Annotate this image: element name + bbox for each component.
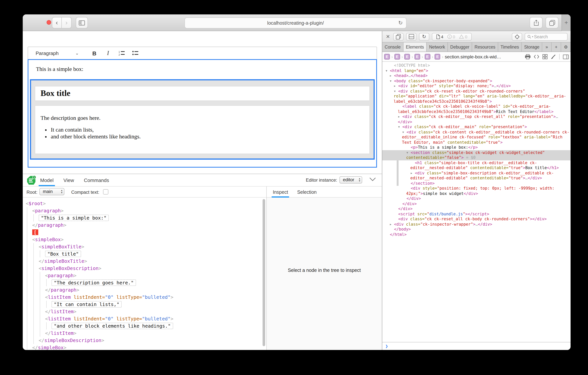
dom-tree-line[interactable]: ▼<div class="ck ck-editor__main" role="p… [382,124,571,130]
reload-icon[interactable]: ↻ [398,20,403,26]
model-tree-line[interactable]: <simpleBoxTitle> [23,243,266,250]
list-item[interactable]: It can contain lists, [51,127,364,133]
model-tree-line[interactable]: <paragraph> [23,207,266,214]
dom-tree-line[interactable]: </div> [382,196,571,201]
bulleted-list-button[interactable] [129,48,141,58]
collapse-arrow-icon[interactable]: ▼ [402,130,404,135]
element-badge[interactable]: E [404,54,410,60]
element-badge[interactable]: E [435,54,441,60]
scrollbar-thumb[interactable] [262,199,265,346]
tab-inspect[interactable]: Inspect [273,187,288,198]
tab-view[interactable]: View [63,174,74,186]
styles-brush-icon[interactable] [551,54,556,59]
expand-arrow-icon[interactable]: ▶ [390,74,391,79]
root-select[interactable]: main ▲▼ [39,188,64,195]
dom-tree-line[interactable]: </div> [382,201,571,206]
model-text-node[interactable]: "This is a simple box:" [39,215,109,221]
close-devtools-button[interactable]: ✕ [385,34,391,39]
dom-tree-line[interactable]: ▼<section class="simple-box ck-widget ck… [382,150,571,160]
devtools-tab-network[interactable]: Network [427,43,448,52]
dom-tree-line[interactable]: ▶<div class="ck ck-editor__top ck-reset_… [382,114,571,124]
tab-model[interactable]: Model [40,174,54,186]
console-prompt[interactable]: ❯ [382,342,571,350]
description-list[interactable]: It can contain lists,and other block ele… [51,127,364,140]
dom-tree-line[interactable]: ▼<html lang="en"> [382,68,571,73]
model-tree-line[interactable]: </listItem> [23,308,266,315]
model-text-node[interactable]: "It can contain lists," [52,301,122,308]
dom-tree-line[interactable]: </section> [382,181,571,186]
expand-arrow-icon[interactable]: ▶ [390,222,391,227]
dom-tree-line[interactable]: </html> [382,232,571,237]
element-badge[interactable]: E [394,54,400,60]
model-tree-line[interactable]: </simpleBoxTitle> [23,257,266,265]
dock-side-button[interactable] [393,33,403,40]
dom-tree-line[interactable]: <p>This is a simple box:</p> [382,145,571,150]
dom-tree-line[interactable]: ▼<div class="ck ck-content ck-editor__ed… [382,130,571,145]
collapse-arrow-icon[interactable]: ▼ [407,150,408,155]
heading-dropdown[interactable]: Paragraph ⌄ [36,50,87,56]
devtools-search-field[interactable]: ▾ Search [525,33,567,40]
model-tree-line[interactable]: </listItem> [23,330,266,337]
tab-overview-button[interactable] [546,17,558,28]
breadcrumb[interactable]: E›E›E›E›E›E› [384,54,443,60]
details-sidebar-icon[interactable] [563,55,569,59]
dom-tree-line[interactable]: ▶<div class="ck-inspector-wrapper">…</di… [382,222,571,227]
collapse-arrow-icon[interactable]: ▼ [394,89,396,94]
devtools-settings-gear-icon[interactable]: ⚙ [561,43,571,52]
model-text-node[interactable]: "Box title" [45,251,81,257]
dom-tree-line[interactable]: <div class="ck ck-reset_all ck-body ck-r… [382,217,571,222]
dom-tree-line[interactable]: <h1 class="simple-box-title ck-editor__e… [382,160,571,170]
model-tree-line[interactable]: <simpleBox> [23,236,266,243]
editor-instance-select[interactable]: editor ▲▼ [339,176,362,184]
simple-box-title[interactable]: Box title [35,86,370,101]
model-tree-line[interactable]: </paragraph> [23,286,266,294]
numbered-list-button[interactable]: 1 2 [116,48,128,58]
new-tab-button[interactable]: + [561,14,571,31]
model-tree-line[interactable]: <$root> [23,200,266,207]
dom-tree-line[interactable]: <script src="dist/bundle.js"></script> [382,211,571,217]
breadcrumb-current[interactable]: section.simple-box.ck-wid… [445,54,501,59]
collapse-inspector-icon[interactable] [369,177,376,181]
url-field[interactable]: localhost/creating-a-plugin/ ↻ [185,17,407,28]
code-brackets-icon[interactable] [534,55,539,59]
collapse-arrow-icon[interactable]: ▼ [390,79,391,84]
devtools-new-tab-button[interactable]: + [552,43,561,52]
model-tree-line[interactable]: "It can contain lists," [23,301,266,308]
collapse-arrow-icon[interactable]: ▼ [398,125,400,130]
tab-selection[interactable]: Selection [297,187,317,198]
simple-box-description[interactable]: The description goes here. It can contai… [35,105,370,154]
back-button[interactable]: ‹ [52,17,62,28]
dock-bottom-button[interactable] [406,33,416,40]
element-badge[interactable]: E [384,54,390,60]
dom-tree-line[interactable]: <label class="ck ck-label ck-voice-label… [382,104,571,114]
devtools-tab-console[interactable]: Console [382,43,403,52]
element-badge[interactable]: E [425,54,430,60]
devtools-tab-elements[interactable]: Elements [403,43,427,52]
resource-counters[interactable]: 4 0 [432,33,472,40]
dom-tree-line[interactable]: </body> [382,227,571,232]
grid-overlay-icon[interactable] [543,54,547,59]
model-tree-line[interactable]: "This is a simple box:" [23,214,266,221]
dom-tree-line[interactable]: ▼<body class="ck-inspector-body-expanded… [382,78,571,83]
model-tree-line[interactable]: <listItem listIndent="0" listType="bulle… [23,294,266,301]
model-tree-line[interactable]: </simpleBox> [23,344,266,350]
model-tree-line[interactable]: <listItem listIndent="0" listType="bulle… [23,315,266,322]
model-text-node[interactable]: "and other block elements like headings.… [52,323,173,329]
element-picker-button[interactable] [512,33,522,40]
intro-paragraph[interactable]: This is a simple box: [36,66,376,72]
sidebar-toggle-button[interactable] [76,17,88,28]
simple-box-widget[interactable]: Box title The description goes here. It … [30,79,375,160]
model-tree[interactable]: <$root><paragraph>"This is a simple box:… [23,198,266,350]
model-tree-line[interactable]: <simpleBoxDescription> [23,265,266,272]
reload-page-button[interactable]: ↻ [419,33,429,40]
devtools-tab-timelines[interactable]: Timelines [498,43,522,52]
forward-button[interactable]: › [62,17,72,28]
tab-commands[interactable]: Commands [84,174,109,186]
dom-tree-line[interactable]: ▶<div class="simple-box-description ck-e… [382,170,571,181]
devtools-tab-resources[interactable]: Resources [472,43,498,52]
expand-arrow-icon[interactable]: ▶ [398,114,400,120]
model-tree-line[interactable]: <paragraph> [23,272,266,279]
dom-tree-line[interactable]: ▶<head>…</head> [382,73,571,78]
dom-tree-line[interactable]: ▼<div class="ck ck-reset ck-editor ck-ro… [382,88,571,104]
italic-button[interactable]: I [102,48,114,58]
